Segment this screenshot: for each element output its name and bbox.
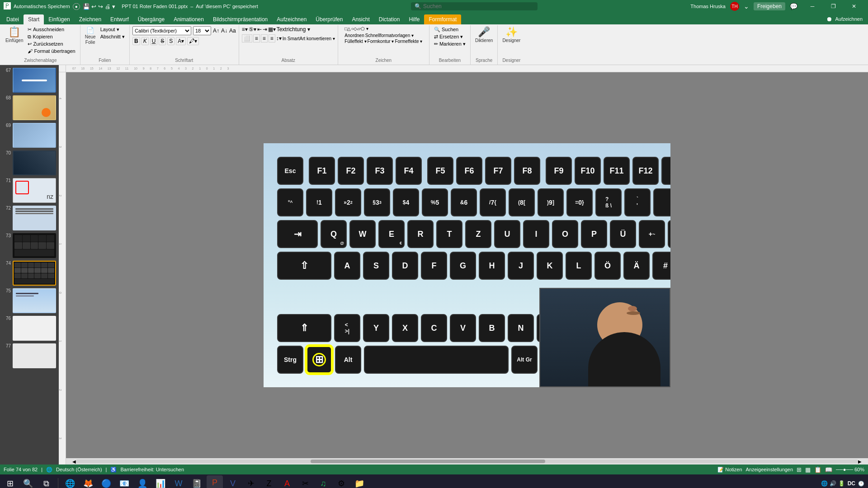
align-center-btn[interactable]: ≡ (253, 34, 260, 42)
tab-einfuegen[interactable]: Einfügen (44, 14, 74, 24)
ribbon-toggle-icon[interactable]: ⌄ (744, 3, 749, 10)
font-shrink-icon[interactable]: A↓ (221, 28, 227, 34)
btn-markieren[interactable]: ✏ Markieren ▾ (432, 41, 467, 47)
slide-thumb-77[interactable]: 77 (2, 343, 57, 369)
taskbar-telegram[interactable]: ✈ (243, 475, 259, 488)
taskview-btn[interactable]: ⧉ (38, 475, 54, 488)
language-label[interactable]: Deutsch (Österreich) (56, 467, 102, 472)
schnell-btn[interactable]: Schnellformatvorlagen ▾ (365, 33, 414, 38)
bold-btn[interactable]: B (132, 37, 140, 45)
btn-einfuegen[interactable]: 📋 Einfügen (4, 26, 25, 44)
btn-zuruecksetzen[interactable]: ↩ Zurücksetzen (26, 41, 77, 47)
slide-thumb-75[interactable]: 75 (2, 287, 57, 314)
tab-start[interactable]: Start (24, 14, 44, 24)
font-name-select[interactable]: Calibri (Textkörper) (132, 26, 191, 35)
font-size-select[interactable]: 18 (193, 26, 211, 35)
btn-kopieren[interactable]: ⧉ Kopieren (26, 33, 77, 40)
tab-ansicht[interactable]: Ansicht (347, 14, 374, 24)
btn-ersetzen[interactable]: ⇄ Ersetzen ▾ (432, 33, 467, 40)
start-btn[interactable]: ⊞ (2, 475, 18, 488)
indent-dec-btn[interactable]: ⇤ (257, 26, 262, 33)
btn-ausschneiden[interactable]: ✂ Ausschneiden (26, 26, 77, 33)
btn-layout[interactable]: Layout ▾ (99, 26, 127, 33)
taskbar-chrome[interactable]: 🔵 (98, 475, 114, 488)
justify-btn[interactable]: ≡ (269, 34, 275, 42)
slide-thumb-74[interactable]: 74 (2, 260, 57, 286)
taskbar-teams[interactable]: 👤 (134, 475, 151, 488)
tab-zeichnen[interactable]: Zeichnen (75, 14, 106, 24)
slide-thumb-69[interactable]: 69 (2, 122, 57, 149)
tab-ueberpruefen[interactable]: Überprüfen (311, 14, 347, 24)
btn-designer[interactable]: ✨ Designer (500, 26, 522, 44)
view-normal-btn[interactable]: ⊞ (797, 466, 802, 473)
btn-diktieren[interactable]: 🎤 Diktieren (473, 26, 495, 44)
tab-datei[interactable]: Datei (2, 14, 24, 24)
btn-format-uebertragen[interactable]: 🖌 Format übertragen (26, 48, 77, 54)
system-time[interactable]: 🕐 (858, 481, 864, 487)
slide-thumb-76[interactable]: 76 (2, 315, 57, 342)
tab-formformat[interactable]: Formformat (424, 14, 461, 24)
tab-uebergaenge[interactable]: Übergänge (133, 14, 169, 24)
btn-suchen[interactable]: 🔍 Suchen (432, 26, 467, 33)
canvas-area[interactable]: Esc F1 F2 F3 F4 F5 F6 F7 F8 F9 F10 (66, 72, 868, 458)
slide-thumb-67[interactable]: 67 (2, 67, 57, 94)
view-slide-btn[interactable]: ▦ (805, 466, 811, 473)
align-right-btn[interactable]: ≡ (261, 34, 268, 42)
notes-btn[interactable]: 📝 Notizen (717, 467, 742, 473)
textdir-btn[interactable]: Textrichtung ▾ (277, 26, 310, 33)
scroll-left-btn[interactable]: ◀ (72, 459, 76, 464)
comment-icon[interactable]: 💬 (790, 3, 797, 10)
taskbar-outlook[interactable]: 📧 (116, 475, 132, 488)
scrollbar-track[interactable] (76, 460, 858, 463)
minimize-button[interactable]: ─ (802, 0, 823, 13)
scrollbar-thumb[interactable] (311, 460, 545, 463)
align-left-btn[interactable]: ⬜ (242, 34, 252, 42)
search-input[interactable] (423, 3, 514, 9)
scroll-right-btn[interactable]: ▶ (858, 459, 862, 464)
highlight-btn[interactable]: 🖍▾ (187, 37, 199, 45)
col-btn[interactable]: ▦▾ (268, 26, 276, 33)
font-grow-icon[interactable]: A↑ (213, 28, 219, 34)
restore-button[interactable]: ❐ (823, 0, 844, 13)
arrange-btn[interactable]: Anordnen (344, 33, 364, 38)
search-bar[interactable]: 🔍 (411, 2, 538, 10)
smartart-btn[interactable]: In SmartArt konvertieren ▾ (283, 36, 335, 41)
tab-hilfe[interactable]: Hilfe (404, 14, 424, 24)
taskbar-snip[interactable]: ✂ (297, 475, 313, 488)
taskbar-powerpoint[interactable]: P (207, 475, 223, 488)
tray-icons[interactable]: 🌐 🔊 🔋 (821, 480, 845, 487)
italic-btn[interactable]: K (142, 37, 149, 45)
taskbar-zoom[interactable]: Z (261, 475, 277, 488)
taskbar-explorer[interactable]: 📁 (351, 475, 368, 488)
close-button[interactable]: ✕ (844, 0, 864, 13)
tab-animationen[interactable]: Animationen (169, 14, 208, 24)
taskbar-excel[interactable]: 📊 (152, 475, 169, 488)
view-reading-btn[interactable]: 📖 (825, 466, 832, 473)
line-spacing-btn[interactable]: ↕▾ (276, 35, 282, 42)
taskbar-edge[interactable]: 🌐 (62, 475, 78, 488)
taskbar-settings[interactable]: ⚙ (333, 475, 349, 488)
tab-dictation[interactable]: Dictation (374, 14, 405, 24)
effekt-btn[interactable]: Formeffekte ▾ (395, 39, 422, 44)
taskbar-acrobat[interactable]: A (279, 475, 295, 488)
taskbar-spotify[interactable]: ♫ (315, 475, 331, 488)
aufzeichnen-button[interactable]: ⏺ Aufzeichnen (822, 14, 866, 24)
kontur-btn[interactable]: Formkontur ▾ (368, 39, 394, 44)
view-settings-btn[interactable]: Anzeigeeinstellungen (746, 467, 793, 472)
btn-abschnitt[interactable]: Abschnitt ▾ (99, 33, 127, 40)
horizontal-scrollbar[interactable]: ◀ ▶ (66, 458, 868, 465)
taskbar-firefox[interactable]: 🦊 (80, 475, 96, 488)
slide-thumb-68[interactable]: 68 (2, 94, 57, 121)
autosave-toggle[interactable]: ● (73, 3, 80, 10)
accessibility-label[interactable]: Barrierefreiheit: Untersuchen (120, 467, 184, 472)
slide-panel[interactable]: 67 68 69 70 71 n (0, 65, 59, 465)
search-btn[interactable]: 🔍 (20, 475, 36, 488)
slide-thumb-70[interactable]: 70 (2, 150, 57, 176)
slide-thumb-73[interactable]: 73 (2, 232, 57, 259)
list-bullet-btn[interactable]: ≡▾ (242, 26, 248, 33)
font-clear-icon[interactable]: Aa (229, 28, 236, 34)
fuell-btn[interactable]: Fülleffekt ▾ (344, 39, 366, 44)
font-color-btn[interactable]: A▾ (176, 37, 186, 45)
shadow-btn[interactable]: S (167, 37, 175, 45)
taskbar-visio[interactable]: V (225, 475, 241, 488)
